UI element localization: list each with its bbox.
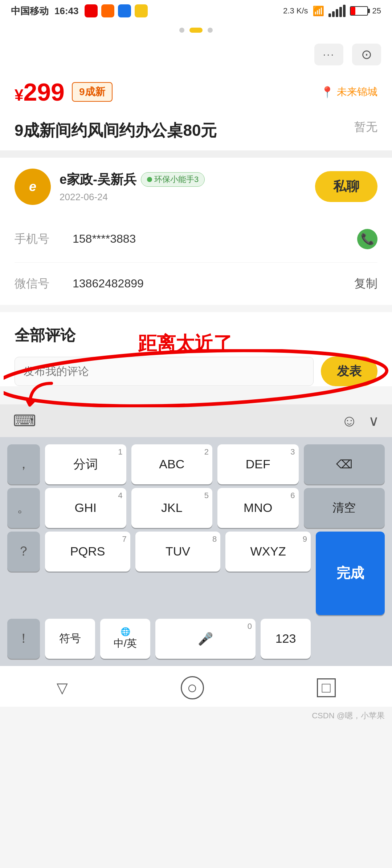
seller-name: e家政-吴新兵: [60, 171, 136, 189]
wifi-icon: 📶: [313, 5, 324, 17]
dot-3[interactable]: [208, 28, 213, 33]
nav-recent-icon[interactable]: □: [317, 678, 336, 697]
avatar-text: e: [29, 179, 36, 194]
copy-button[interactable]: 复制: [354, 276, 377, 292]
price-tag: ¥299: [15, 78, 65, 106]
bottom-nav: ▽ ○ □: [0, 666, 392, 707]
battery-icon: [350, 6, 368, 16]
kb-row-3: ？ 7 PQRS 8 TUV 9 WXYZ 完成: [7, 532, 385, 615]
price-symbol: ¥: [15, 86, 23, 104]
kb-key-3[interactable]: 3 DEF: [217, 444, 299, 484]
kb-key-9[interactable]: 9 WXYZ: [225, 532, 311, 572]
kb-key-7[interactable]: 7 PQRS: [45, 532, 130, 572]
kb-key-period[interactable]: 。: [7, 488, 40, 528]
warning-text: 距离太近了: [138, 331, 232, 356]
chat-button[interactable]: 私聊: [315, 171, 377, 202]
condition-badge: 9成新: [72, 82, 113, 102]
kb-key-backspace[interactable]: ⌫: [304, 444, 385, 484]
price-section: ¥299 9成新 📍 未来锦城: [0, 70, 392, 112]
status-right: 2.3 K/s 📶 25: [283, 5, 381, 17]
title-extra: 暂无: [354, 119, 377, 135]
kb-row-1: ， 1 分词 2 ABC 3 DEF ⌫: [7, 444, 385, 484]
more-button[interactable]: ···: [314, 44, 343, 65]
phone-call-icon[interactable]: 📞: [357, 229, 377, 249]
app-icon-2: [101, 4, 114, 17]
seller-avatar[interactable]: e 家: [15, 169, 51, 205]
red-arrow-annotation: [25, 379, 69, 423]
divider-1: [0, 150, 392, 158]
signal-bars: [328, 5, 346, 17]
kb-key-1[interactable]: 1 分词: [45, 444, 126, 484]
wechat-label: 微信号: [15, 276, 65, 292]
title-section: 9成新间约风间约办公桌80元 暂无: [0, 112, 392, 150]
contact-section: 手机号 158****3883 📞 微信号 13862482899 复制: [0, 216, 392, 305]
kb-key-lang[interactable]: 🌐 中/英: [100, 619, 150, 659]
kb-key-4[interactable]: 4 GHI: [45, 488, 126, 528]
kb-key-mic[interactable]: 0 🎤: [155, 619, 256, 659]
avatar-sub: 家: [46, 198, 52, 206]
phone-row: 手机号 158****3883 📞: [15, 216, 377, 263]
app-icon-3: [118, 4, 131, 17]
kb-done-spacer: [316, 619, 385, 659]
location-button[interactable]: 📍 未来锦城: [320, 85, 377, 99]
kb-key-5[interactable]: 5 JKL: [131, 488, 213, 528]
kb-key-8[interactable]: 8 TUV: [135, 532, 221, 572]
kb-row-2: 。 4 GHI 5 JKL 6 MNO 清空: [7, 488, 385, 528]
location-label: 未来锦城: [337, 85, 377, 99]
emoji-icon[interactable]: ☺: [341, 412, 358, 430]
warning-container: 距离太近了 发表: [15, 356, 377, 386]
nav-back-icon[interactable]: ▽: [57, 679, 68, 696]
nav-home-icon[interactable]: ○: [181, 676, 204, 699]
eco-badge: 环保小能手3: [141, 172, 205, 187]
kb-key-clear[interactable]: 清空: [304, 488, 385, 528]
app-icon-1: [85, 4, 98, 17]
battery-level: 25: [372, 6, 381, 16]
seller-date: 2022-06-24: [60, 191, 205, 203]
kb-row-4: ！ 符号 🌐 中/英 0 🎤 123: [7, 619, 385, 659]
time-label: 16:43: [54, 5, 79, 17]
kb-key-2[interactable]: 2 ABC: [131, 444, 213, 484]
app-icon-4: [135, 4, 148, 17]
comment-input-row: 发表: [15, 356, 377, 386]
kb-key-123[interactable]: 123: [261, 619, 311, 659]
wechat-value: 13862482899: [65, 277, 354, 290]
page-dots: [0, 22, 392, 39]
network-speed: 2.3 K/s: [283, 6, 308, 16]
camera-button[interactable]: ⊙: [352, 44, 381, 65]
eco-dot: [147, 177, 152, 182]
phone-value: 158****3883: [65, 232, 357, 246]
top-toolbar: ··· ⊙: [0, 39, 392, 70]
status-bar: 中国移动 16:43 2.3 K/s 📶 25: [0, 0, 392, 22]
kb-key-done[interactable]: 完成: [316, 532, 385, 615]
kb-key-exclaim[interactable]: ！: [7, 619, 40, 659]
wechat-row: 微信号 13862482899 复制: [15, 263, 377, 305]
kb-key-symbols[interactable]: 符号: [45, 619, 95, 659]
kb-key-question[interactable]: ？: [7, 532, 40, 572]
eco-label: 环保小能手3: [154, 174, 199, 185]
location-icon: 📍: [320, 86, 334, 98]
seller-section: e 家 e家政-吴新兵 环保小能手3 2022-06-24 私聊: [0, 158, 392, 216]
battery-fill: [351, 7, 356, 15]
kb-key-comma[interactable]: ，: [7, 444, 40, 484]
chevron-down-icon[interactable]: ∨: [368, 412, 379, 429]
keyboard: ， 1 分词 2 ABC 3 DEF ⌫ 。 4: [0, 437, 392, 666]
item-title: 9成新间约风间约办公桌80元: [15, 119, 347, 142]
camera-icon: ⊙: [361, 47, 372, 62]
app-icons: [85, 4, 148, 17]
dot-2-active[interactable]: [189, 28, 203, 33]
dot-1[interactable]: [179, 28, 184, 33]
comments-section: 全部评论 距离太近了 发表: [0, 312, 392, 386]
globe-icon: 🌐: [121, 627, 130, 637]
carrier-label: 中国移动: [11, 5, 49, 17]
kb-key-6[interactable]: 6 MNO: [217, 488, 299, 528]
watermark: CSDN @嗯，小苹果: [0, 707, 392, 725]
post-button[interactable]: 发表: [321, 356, 377, 386]
phone-label: 手机号: [15, 231, 65, 247]
